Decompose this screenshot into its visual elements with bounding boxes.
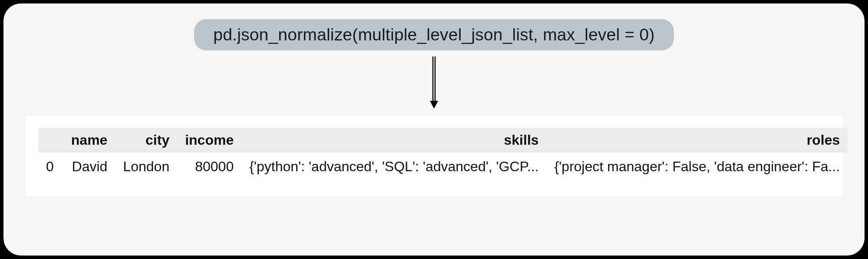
svg-marker-2	[430, 101, 438, 109]
code-snippet: pd.json_normalize(multiple_level_json_li…	[194, 19, 673, 50]
cell-index: 0	[38, 153, 63, 181]
table-header-name: name	[63, 128, 116, 153]
output-table-wrapper: name city income skills roles 0 David Lo…	[25, 116, 843, 196]
table-row: 0 David London 80000 {'python': 'advance…	[38, 153, 848, 181]
cell-skills: {'python': 'advanced', 'SQL': 'advanced'…	[241, 153, 546, 181]
table-header-roles: roles	[547, 128, 848, 153]
table-header-row: name city income skills roles	[38, 128, 848, 153]
table-header-income: income	[177, 128, 241, 153]
cell-name: David	[63, 153, 116, 181]
cell-roles: {'project manager': False, 'data enginee…	[547, 153, 848, 181]
cell-income: 80000	[177, 153, 241, 181]
cell-city: London	[115, 153, 177, 181]
content-card: pd.json_normalize(multiple_level_json_li…	[3, 3, 865, 256]
arrow-down-icon	[429, 56, 439, 109]
output-table: name city income skills roles 0 David Lo…	[38, 128, 848, 181]
table-header-city: city	[115, 128, 177, 153]
table-header-index	[38, 128, 63, 153]
table-header-skills: skills	[241, 128, 546, 153]
